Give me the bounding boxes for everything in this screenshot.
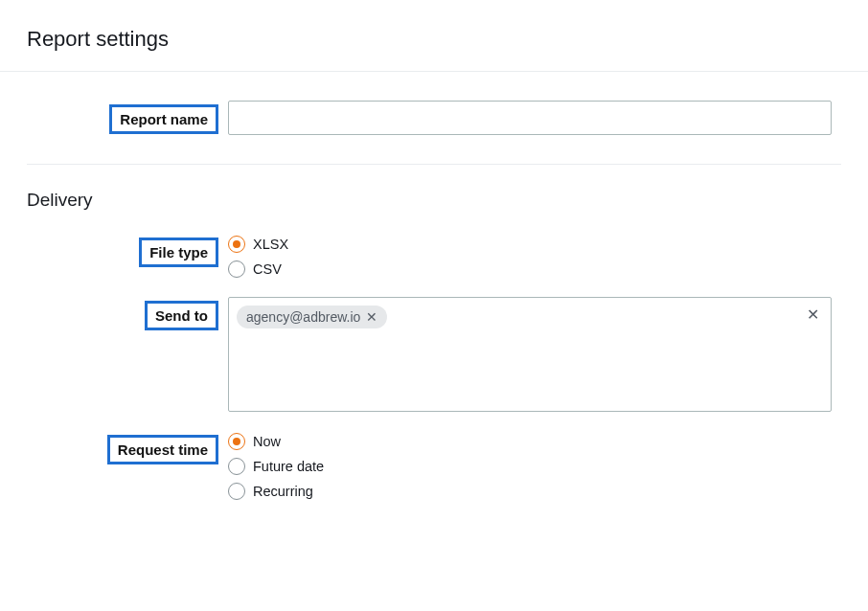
clear-all-icon[interactable]: ✕	[807, 307, 819, 323]
file-type-label: File type	[139, 238, 218, 267]
remove-recipient-icon[interactable]: ✕	[366, 310, 377, 324]
request-time-group: Now Future date Recurring	[228, 431, 832, 500]
radio-label: Now	[253, 434, 281, 449]
divider	[0, 71, 868, 72]
radio-label: CSV	[253, 261, 282, 277]
recipient-email: agency@adbrew.io	[246, 309, 360, 325]
request-time-option-now[interactable]: Now	[228, 433, 832, 450]
radio-icon	[228, 433, 245, 450]
radio-label: XLSX	[253, 237, 288, 252]
file-type-group: XLSX CSV	[228, 234, 832, 278]
divider	[27, 164, 841, 165]
request-time-option-future[interactable]: Future date	[228, 458, 832, 475]
send-to-label: Send to	[145, 301, 218, 330]
file-type-option-csv[interactable]: CSV	[228, 260, 832, 278]
send-to-input[interactable]: agency@adbrew.io ✕ ✕	[228, 297, 832, 412]
file-type-option-xlsx[interactable]: XLSX	[228, 236, 832, 253]
radio-label: Future date	[253, 459, 324, 474]
report-name-label: Report name	[109, 104, 218, 134]
radio-icon	[228, 458, 245, 475]
request-time-option-recurring[interactable]: Recurring	[228, 483, 832, 500]
request-time-label: Request time	[107, 435, 218, 464]
page-title: Report settings	[27, 27, 841, 52]
radio-icon	[228, 260, 245, 278]
radio-icon	[228, 236, 245, 253]
report-name-input[interactable]	[228, 101, 832, 135]
radio-label: Recurring	[253, 484, 313, 499]
radio-icon	[228, 483, 245, 500]
recipient-chip[interactable]: agency@adbrew.io ✕	[237, 306, 387, 328]
delivery-heading: Delivery	[27, 190, 841, 211]
